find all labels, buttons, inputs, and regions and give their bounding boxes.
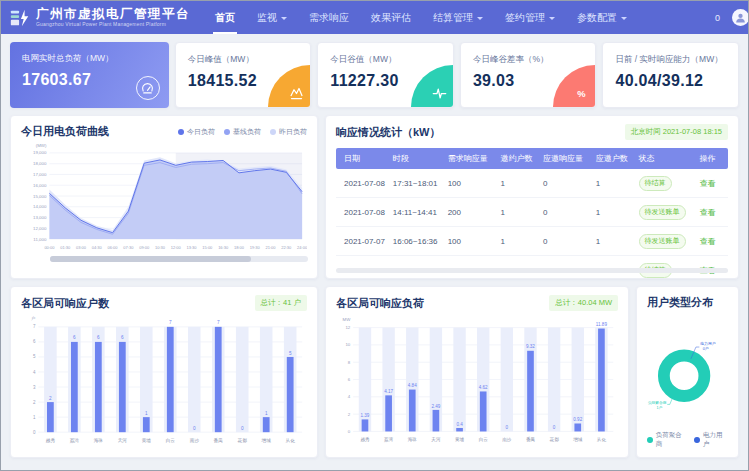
legend-dot-icon bbox=[647, 437, 653, 443]
chevron-down-icon bbox=[621, 17, 627, 20]
table-column-header: 应邀响应量 bbox=[539, 148, 592, 169]
nav-item-parameter-config[interactable]: 参数配置 bbox=[566, 1, 638, 34]
svg-text:12: 12 bbox=[345, 325, 350, 330]
svg-text:0: 0 bbox=[348, 429, 351, 434]
table-column-header: 时段 bbox=[389, 148, 444, 169]
bar bbox=[215, 327, 222, 432]
svg-text:17,000: 17,000 bbox=[33, 172, 47, 177]
svg-text:04:30: 04:30 bbox=[92, 245, 103, 250]
notification-count[interactable]: 0 bbox=[715, 13, 720, 23]
app-title: 广州市虚拟电厂管理平台 bbox=[36, 8, 190, 21]
kpi-card-today-peak: 今日峰值（MW）18415.52 bbox=[175, 42, 312, 108]
svg-text:8: 8 bbox=[348, 360, 351, 365]
chart-zoom-selection[interactable] bbox=[50, 256, 251, 262]
legend-item-昨日负荷[interactable]: 昨日负荷 bbox=[270, 127, 307, 137]
nav-item-demand-response[interactable]: 需求响应 bbox=[298, 1, 360, 34]
bar-background bbox=[548, 328, 560, 432]
svg-text:06:00: 06:00 bbox=[108, 245, 119, 250]
table-cell: 200 bbox=[444, 198, 497, 227]
table-cell: 1 bbox=[592, 227, 635, 256]
bar bbox=[385, 395, 392, 431]
view-link[interactable]: 查看 bbox=[699, 179, 715, 188]
percent-icon: % bbox=[574, 86, 589, 101]
legend-label: 今日负荷 bbox=[187, 127, 215, 137]
district-users-total-badge: 总计：41 户 bbox=[255, 295, 307, 311]
svg-text:3: 3 bbox=[33, 385, 36, 390]
chevron-down-icon bbox=[549, 17, 555, 20]
nav-item-settlement-management[interactable]: 结算管理 bbox=[422, 1, 494, 34]
bar-value-label: 7 bbox=[217, 320, 220, 325]
svg-text:16,000: 16,000 bbox=[33, 183, 47, 188]
chart-zoom-scrollbar[interactable] bbox=[50, 256, 308, 262]
legend-item-电力用户[interactable]: 电力用户 bbox=[694, 431, 728, 449]
svg-text:(MW): (MW) bbox=[36, 143, 47, 148]
table-row: 2021-07-0817:31~18:01100101待结算查看 bbox=[336, 169, 728, 198]
svg-text:01:30: 01:30 bbox=[60, 245, 71, 250]
bar-value-label: 7 bbox=[169, 320, 172, 325]
category-label: 黄埔 bbox=[142, 438, 152, 443]
view-link[interactable]: 查看 bbox=[699, 208, 715, 217]
bar bbox=[433, 410, 440, 432]
peak-icon bbox=[289, 86, 304, 101]
legend-item-基线负荷[interactable]: 基线负荷 bbox=[224, 127, 261, 137]
svg-text:09:00: 09:00 bbox=[139, 245, 150, 250]
bar-value-label: 1 bbox=[265, 411, 268, 416]
pie-value-label: 1户 bbox=[656, 405, 662, 410]
kpi-card-grid-realtime-load: 电网实时总负荷（MW）17603.67 bbox=[10, 42, 169, 108]
svg-text:15,000: 15,000 bbox=[33, 194, 47, 199]
table-column-header: 应邀户数 bbox=[592, 148, 635, 169]
category-label: 花都 bbox=[550, 437, 560, 443]
bar bbox=[95, 342, 102, 432]
table-cell: 1 bbox=[592, 169, 635, 198]
table-cell: 2021-07-08 bbox=[336, 198, 389, 227]
nav-item-label: 需求响应 bbox=[309, 11, 349, 25]
logo: 广州市虚拟电厂管理平台 Guangzhou Virtual Power Plan… bbox=[9, 7, 190, 29]
district-users-panel: 各区局可响应户数 总计：41 户 01234567户2越秀6荔湾6海珠6天河1黄… bbox=[10, 286, 318, 458]
nav-item-label: 首页 bbox=[215, 11, 235, 25]
svg-text:24:00: 24:00 bbox=[297, 245, 307, 250]
user-avatar[interactable] bbox=[732, 9, 749, 26]
district-load-title: 各区局可响应负荷 bbox=[336, 296, 424, 311]
kpi-label: 今日峰值（MW） bbox=[188, 54, 311, 66]
pie-label: 负荷聚合商 bbox=[648, 400, 667, 405]
table-cell: 14:11~14:41 bbox=[389, 198, 444, 227]
bar-background bbox=[140, 327, 153, 432]
response-stats-panel: 响应情况统计（kW） 北京时间 2021-07-08 18:15 日期时段需求响… bbox=[325, 115, 739, 279]
nav-item-monitoring[interactable]: 监视 bbox=[246, 1, 298, 34]
user-type-title: 用户类型分布 bbox=[647, 295, 713, 310]
status-badge: 待结算 bbox=[639, 176, 672, 191]
bar-value-label: 0.4 bbox=[456, 422, 463, 427]
nav-item-home[interactable]: 首页 bbox=[204, 1, 246, 34]
bar-value-label: 4.84 bbox=[408, 383, 417, 388]
bar-value-label: 6 bbox=[121, 335, 124, 340]
donut-slice-负荷聚合商 bbox=[664, 355, 705, 396]
nav-item-label: 监视 bbox=[257, 11, 277, 25]
table-column-header: 需求响应量 bbox=[444, 148, 497, 169]
table-cell-status: 待发送账单 bbox=[635, 227, 696, 256]
nav-item-effect-evaluation[interactable]: 效果评估 bbox=[360, 1, 422, 34]
view-link[interactable]: 查看 bbox=[699, 237, 715, 246]
pulse-icon bbox=[432, 86, 447, 101]
table-column-header: 状态 bbox=[635, 148, 696, 169]
category-label: 增城 bbox=[261, 438, 272, 444]
user-type-legend: 负荷聚合商电力用户 bbox=[647, 431, 728, 449]
kpi-row: 电网实时总负荷（MW）17603.67今日峰值（MW）18415.52今日谷值（… bbox=[10, 42, 739, 108]
nav-item-contract-management[interactable]: 签约管理 bbox=[494, 1, 566, 34]
bar bbox=[71, 342, 78, 432]
nav-item-label: 效果评估 bbox=[371, 11, 411, 25]
bar bbox=[167, 327, 174, 432]
table-scrollbar[interactable] bbox=[336, 268, 728, 273]
pie-value-label: 0户 bbox=[703, 346, 709, 351]
legend-label: 负荷聚合商 bbox=[656, 431, 687, 449]
svg-text:7: 7 bbox=[33, 324, 36, 329]
legend-label: 电力用户 bbox=[703, 431, 728, 449]
bar-value-label: 5 bbox=[289, 351, 292, 356]
legend-item-今日负荷[interactable]: 今日负荷 bbox=[178, 127, 215, 137]
district-users-chart: 01234567户2越秀6荔湾6海珠6天河1黄埔7白云0南沙7番禺0花都1增城5… bbox=[21, 311, 307, 449]
svg-text:2: 2 bbox=[33, 400, 36, 405]
legend-item-负荷聚合商[interactable]: 负荷聚合商 bbox=[647, 431, 687, 449]
svg-text:10: 10 bbox=[345, 342, 350, 347]
category-label: 从化 bbox=[286, 438, 296, 444]
table-cell-action: 查看 bbox=[695, 227, 728, 256]
load-curve-chart: 11,00012,00013,00014,00015,00016,00017,0… bbox=[21, 141, 307, 253]
